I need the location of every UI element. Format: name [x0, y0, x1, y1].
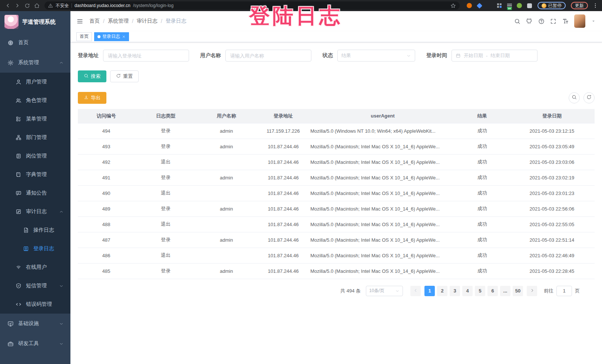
- sidebar-logo-row[interactable]: 芋道管理系统: [0, 11, 70, 33]
- browser-back-icon[interactable]: [4, 1, 12, 10]
- table-row[interactable]: 494登录admin117.159.17.226Mozilla/5.0 (Win…: [78, 123, 595, 139]
- list-extension-icon[interactable]: on: [506, 3, 512, 9]
- help-doc-icon[interactable]: [538, 18, 545, 24]
- header-search-icon[interactable]: [514, 18, 520, 24]
- username-input[interactable]: [225, 50, 311, 62]
- table-header-row: 访问编号日志类型用户名称登录地址userAgent结果登录日期: [78, 109, 595, 123]
- sidebar-item-岗位管理[interactable]: 岗位管理: [0, 147, 70, 165]
- profile-paused-chip[interactable]: 已暂停: [538, 2, 566, 9]
- cell-date: 2021-05-03 23:03:06: [509, 154, 595, 170]
- sidebar-item-系统管理[interactable]: 系统管理: [0, 53, 70, 73]
- page-button-3[interactable]: 3: [450, 286, 460, 296]
- table-row[interactable]: 491登录admin101.87.244.46Mozilla/5.0 (Maci…: [78, 170, 595, 185]
- prev-page-button[interactable]: [410, 286, 421, 296]
- toggle-search-button[interactable]: [569, 92, 580, 103]
- page-button-4[interactable]: 4: [462, 286, 473, 296]
- fullscreen-icon[interactable]: [550, 18, 556, 24]
- sidebar-item-字典管理[interactable]: 字典管理: [0, 165, 70, 184]
- cell-id: 490: [78, 185, 135, 201]
- cell-type: 登录: [135, 170, 196, 185]
- table-row[interactable]: 490退出101.87.244.46Mozilla/5.0 (Macintosh…: [78, 185, 595, 201]
- breadcrumb-item[interactable]: 审计日志: [137, 18, 158, 24]
- hamburger-icon[interactable]: [76, 18, 83, 25]
- table-row[interactable]: 489登录admin101.87.244.46Mozilla/5.0 (Maci…: [78, 201, 595, 216]
- grid-extension-icon[interactable]: [496, 3, 502, 9]
- sidebar-item-菜单管理[interactable]: 菜单管理: [0, 110, 70, 128]
- tag-close-icon[interactable]: [122, 35, 126, 39]
- refresh-table-button[interactable]: [583, 92, 595, 103]
- sidebar-item-首页[interactable]: 首页: [0, 33, 70, 53]
- user-avatar[interactable]: [574, 14, 585, 28]
- avatar-caret-down-icon[interactable]: [591, 19, 596, 24]
- sidebar-item-基础设施[interactable]: 基础设施: [0, 314, 70, 334]
- login-address-input[interactable]: [103, 50, 189, 62]
- chevron-down-icon: [59, 284, 64, 288]
- browser-reload-icon[interactable]: [23, 1, 31, 10]
- browser-menu-icon[interactable]: [592, 3, 598, 9]
- sidebar-item-通知公告[interactable]: 通知公告: [0, 184, 70, 202]
- security-label[interactable]: 不安全: [56, 3, 69, 9]
- sidebar-item-在线用户[interactable]: 在线用户: [0, 258, 70, 277]
- breadcrumb-item[interactable]: 首页: [89, 18, 100, 24]
- pager-ellipsis[interactable]: ...: [500, 286, 510, 296]
- cell-type: 退出: [135, 185, 196, 201]
- cell-type: 退出: [135, 216, 196, 232]
- dashboard-icon: [7, 40, 14, 46]
- plant-extension-icon[interactable]: [516, 3, 522, 9]
- breadcrumb-item[interactable]: 系统管理: [108, 18, 129, 24]
- blue-gem-extension-icon[interactable]: [476, 3, 482, 9]
- page-suffix-label: 页: [575, 288, 580, 294]
- table-row[interactable]: 493登录admin101.87.244.46Mozilla/5.0 (Maci…: [78, 139, 595, 154]
- font-size-icon[interactable]: [562, 18, 569, 24]
- sidebar-item-label: 短信管理: [26, 282, 47, 289]
- next-page-button[interactable]: [527, 286, 537, 296]
- sidebar-item-研发工具[interactable]: 研发工具: [0, 334, 70, 354]
- page-button-5[interactable]: 5: [475, 286, 485, 296]
- page-button-50[interactable]: 50: [513, 286, 523, 296]
- table-row[interactable]: 488退出101.87.244.46Mozilla/5.0 (Macintosh…: [78, 216, 595, 232]
- puzzle-extensions-menu-icon[interactable]: [526, 3, 532, 9]
- tag-首页[interactable]: 首页: [76, 32, 92, 41]
- sidebar-item-审计日志[interactable]: 审计日志: [0, 202, 70, 221]
- page-button-6[interactable]: 6: [487, 286, 498, 296]
- sidebar-item-错误码管理[interactable]: 错误码管理: [0, 295, 70, 314]
- page-button-2[interactable]: 2: [437, 286, 447, 296]
- sidebar-item-短信管理[interactable]: 短信管理: [0, 277, 70, 295]
- page-button-1[interactable]: 1: [424, 286, 435, 296]
- sidebar-item-操作日志[interactable]: 操作日志: [0, 221, 70, 239]
- address-bar[interactable]: 不安全 dashboard.yudao.iocoder.cn /system/l…: [44, 1, 460, 10]
- cell-user: admin: [197, 263, 256, 279]
- cell-ip: 101.87.244.46: [256, 170, 310, 185]
- cell-type: 退出: [135, 154, 196, 170]
- goto-page-input[interactable]: [556, 286, 572, 296]
- table-row[interactable]: 485登录admin101.87.244.46Mozilla/5.0 (Maci…: [78, 263, 595, 279]
- browser-home-icon[interactable]: [33, 1, 41, 10]
- cell-user: admin: [197, 123, 256, 139]
- orange-extension-icon[interactable]: [466, 3, 472, 9]
- sidebar-item-登录日志[interactable]: 登录日志: [0, 239, 70, 258]
- cell-date: 2021-05-03 23:02:19: [509, 170, 595, 185]
- navbar-right: [514, 14, 596, 28]
- sidebar-item-用户管理[interactable]: 用户管理: [0, 73, 70, 91]
- reset-button[interactable]: 重置: [110, 70, 139, 82]
- browser-forward-icon[interactable]: [13, 1, 22, 10]
- sidebar-item-角色管理[interactable]: 角色管理: [0, 91, 70, 110]
- chevron-up-icon: [59, 60, 64, 65]
- tag-登录日志[interactable]: 登录日志: [94, 32, 129, 41]
- search-button-label: 搜索: [91, 73, 100, 80]
- github-icon[interactable]: [526, 18, 533, 24]
- browser-update-button[interactable]: 更新: [571, 2, 588, 9]
- search-button[interactable]: 搜索: [78, 70, 106, 82]
- table-row[interactable]: 486退出101.87.244.46Mozilla/5.0 (Macintosh…: [78, 248, 595, 263]
- table-row[interactable]: 492退出101.87.244.46Mozilla/5.0 (Macintosh…: [78, 154, 595, 170]
- page-size-select[interactable]: 10条/页: [366, 286, 403, 296]
- breadcrumb: 首页/系统管理/审计日志/登录日志: [89, 18, 186, 24]
- table-row[interactable]: 487登录admin101.87.244.46Mozilla/5.0 (Maci…: [78, 232, 595, 248]
- sidebar-item-部门管理[interactable]: 部门管理: [0, 128, 70, 147]
- status-select[interactable]: 结果: [337, 50, 415, 62]
- date-range-picker[interactable]: 开始日期 - 结束日期: [452, 50, 538, 62]
- bookmark-star-icon[interactable]: [450, 3, 456, 9]
- paused-label: 已暂停: [548, 3, 562, 9]
- green-extension-icon[interactable]: [486, 3, 492, 9]
- export-button[interactable]: 导出: [78, 92, 106, 104]
